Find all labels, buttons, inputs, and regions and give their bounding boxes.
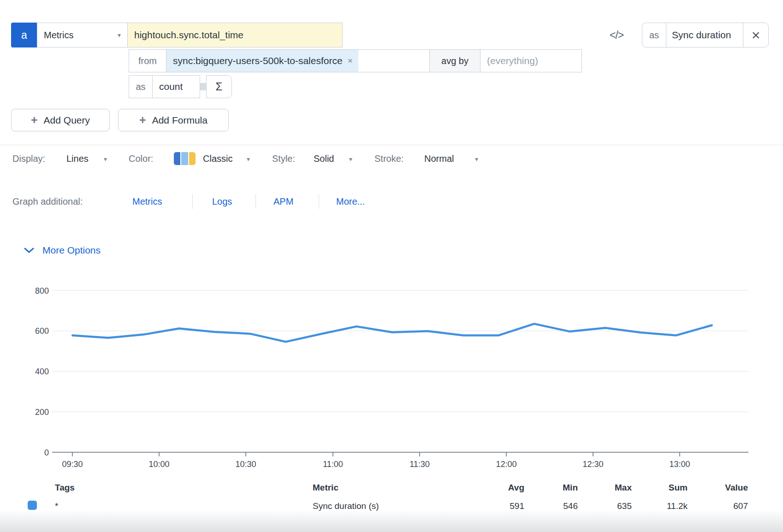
legend-header-max: Max — [586, 483, 632, 493]
metrics-query-editor: a Metrics ▾ hightouch.sync.total_time </… — [0, 0, 783, 532]
svg-text:13:00: 13:00 — [669, 460, 690, 469]
legend-header-metric: Metric — [313, 483, 338, 493]
legend-header-avg: Avg — [478, 483, 524, 493]
x-tick-labels: 09:30 10:00 10:30 11:00 11:30 12:00 12:3… — [62, 460, 690, 469]
legend-header-value: Value — [702, 483, 748, 493]
legend-row-min: 546 — [532, 501, 578, 511]
svg-text:12:00: 12:00 — [496, 460, 516, 469]
legend-row-sum: 11.2k — [641, 501, 688, 511]
gridlines — [52, 290, 748, 412]
svg-text:10:30: 10:30 — [235, 460, 256, 469]
legend-row-tags[interactable]: * — [55, 501, 58, 511]
legend-row-metric[interactable]: Sync duration (s) — [313, 501, 379, 511]
timeseries-chart[interactable]: 800 600 400 200 0 09:30 10:00 10:30 11:0… — [0, 0, 783, 532]
metric-series-line — [72, 324, 712, 342]
x-axis — [52, 452, 748, 456]
svg-text:400: 400 — [35, 367, 49, 376]
svg-text:10:00: 10:00 — [148, 460, 169, 469]
legend-header-tags: Tags — [55, 483, 75, 493]
legend-row-max: 635 — [586, 501, 632, 511]
svg-text:800: 800 — [35, 286, 49, 296]
svg-text:600: 600 — [35, 326, 49, 336]
svg-text:11:00: 11:00 — [323, 460, 343, 469]
svg-text:0: 0 — [44, 448, 49, 457]
legend-header-min: Min — [532, 483, 578, 493]
legend-row-value: 607 — [702, 501, 748, 511]
series-color-swatch[interactable] — [28, 501, 37, 510]
svg-text:12:30: 12:30 — [582, 460, 603, 469]
legend-header-sum: Sum — [641, 483, 688, 493]
svg-text:11:30: 11:30 — [409, 460, 430, 469]
svg-text:09:30: 09:30 — [62, 460, 83, 469]
svg-text:200: 200 — [35, 408, 49, 417]
legend-row-avg: 591 — [478, 501, 524, 511]
y-tick-labels: 800 600 400 200 0 — [35, 286, 49, 457]
